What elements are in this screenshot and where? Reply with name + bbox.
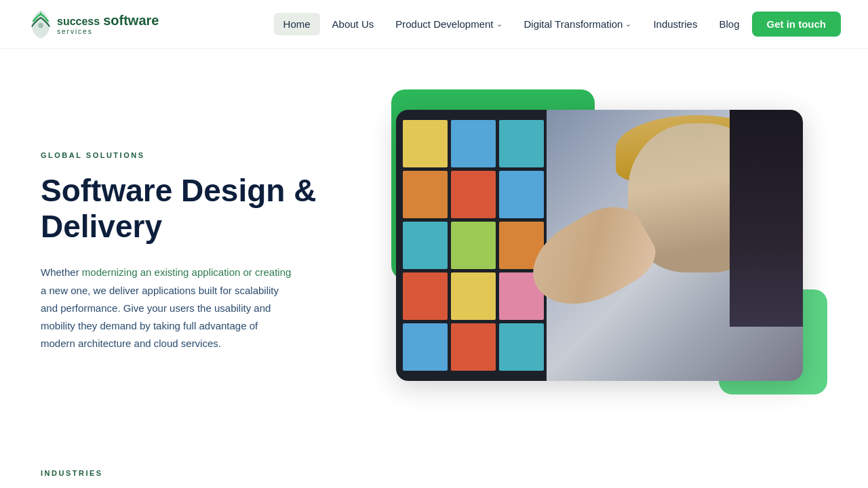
nav-home-link[interactable]: Home — [274, 13, 320, 35]
brand-software: software — [103, 13, 159, 28]
svg-point-0 — [38, 23, 43, 28]
nav-cta[interactable]: Get in touch — [752, 12, 842, 37]
sticky-note — [451, 272, 496, 320]
brand-sub: services — [57, 28, 159, 35]
nav-product-link[interactable]: Product Development ⌄ — [386, 13, 511, 35]
nav-digital-link[interactable]: Digital Transformation ⌄ — [515, 13, 642, 35]
sticky-board — [396, 110, 551, 381]
navbar: success software services Home About Us … — [0, 0, 868, 49]
second-person — [730, 110, 803, 327]
brand-success: success — [57, 16, 100, 27]
hero-left: GLOBAL SOLUTIONS Software Design & Deliv… — [41, 138, 371, 352]
nav-industries[interactable]: Industries — [644, 13, 707, 35]
nav-links: Home About Us Product Development ⌄ Digi… — [274, 12, 841, 37]
nav-blog-link[interactable]: Blog — [709, 13, 749, 35]
nav-about[interactable]: About Us — [323, 13, 384, 35]
hero-tag: GLOBAL SOLUTIONS — [41, 151, 344, 159]
sticky-note — [403, 171, 448, 218]
sticky-note — [451, 323, 496, 371]
sticky-note — [403, 120, 448, 167]
nav-product[interactable]: Product Development ⌄ — [386, 13, 511, 35]
industries-tag: INDUSTRIES — [41, 469, 827, 477]
hero-section: GLOBAL SOLUTIONS Software Design & Deliv… — [0, 49, 868, 442]
sticky-note — [499, 171, 544, 218]
logo-icon — [27, 9, 54, 39]
nav-about-link[interactable]: About Us — [323, 13, 384, 35]
logo[interactable]: success software services — [27, 9, 159, 39]
hero-description: Whether modernizing an existing applicat… — [41, 264, 344, 352]
sticky-note — [403, 323, 448, 371]
sticky-note — [403, 272, 448, 320]
sticky-note — [451, 222, 496, 269]
nav-industries-link[interactable]: Industries — [644, 13, 707, 35]
hero-image — [396, 110, 803, 381]
industries-section: INDUSTRIES — [0, 442, 868, 488]
sticky-note — [451, 120, 496, 167]
hero-title: Software Design & Delivery — [41, 173, 344, 245]
sticky-note — [403, 222, 448, 269]
hero-right — [371, 89, 827, 401]
sticky-note — [499, 120, 544, 167]
sticky-note — [451, 171, 496, 218]
nav-cta-link[interactable]: Get in touch — [752, 12, 842, 37]
nav-digital[interactable]: Digital Transformation ⌄ — [515, 13, 642, 35]
product-chevron-icon: ⌄ — [496, 20, 502, 28]
digital-chevron-icon: ⌄ — [625, 20, 631, 28]
nav-home[interactable]: Home — [274, 13, 320, 35]
sticky-note — [499, 323, 544, 371]
nav-blog[interactable]: Blog — [709, 13, 749, 35]
